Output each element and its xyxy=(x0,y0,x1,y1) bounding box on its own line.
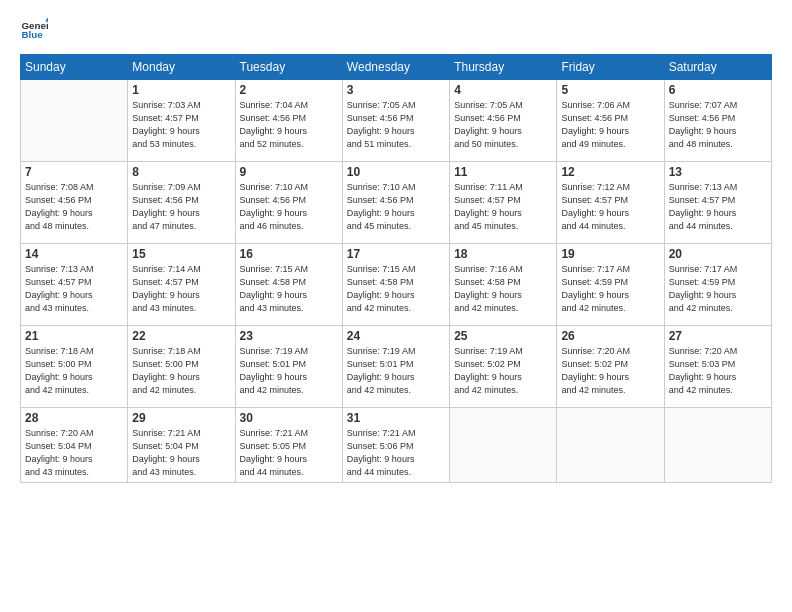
day-info: Sunrise: 7:06 AM Sunset: 4:56 PM Dayligh… xyxy=(561,99,659,151)
day-number: 1 xyxy=(132,83,230,97)
day-info: Sunrise: 7:04 AM Sunset: 4:56 PM Dayligh… xyxy=(240,99,338,151)
logo-icon: General Blue xyxy=(20,16,48,44)
calendar-cell: 19Sunrise: 7:17 AM Sunset: 4:59 PM Dayli… xyxy=(557,244,664,326)
day-number: 11 xyxy=(454,165,552,179)
day-info: Sunrise: 7:12 AM Sunset: 4:57 PM Dayligh… xyxy=(561,181,659,233)
calendar-cell: 12Sunrise: 7:12 AM Sunset: 4:57 PM Dayli… xyxy=(557,162,664,244)
calendar-cell: 1Sunrise: 7:03 AM Sunset: 4:57 PM Daylig… xyxy=(128,80,235,162)
day-number: 19 xyxy=(561,247,659,261)
header: General Blue xyxy=(20,16,772,44)
day-info: Sunrise: 7:13 AM Sunset: 4:57 PM Dayligh… xyxy=(25,263,123,315)
calendar-week-row: 28Sunrise: 7:20 AM Sunset: 5:04 PM Dayli… xyxy=(21,408,772,483)
calendar-cell: 17Sunrise: 7:15 AM Sunset: 4:58 PM Dayli… xyxy=(342,244,449,326)
calendar-week-row: 14Sunrise: 7:13 AM Sunset: 4:57 PM Dayli… xyxy=(21,244,772,326)
calendar-cell: 2Sunrise: 7:04 AM Sunset: 4:56 PM Daylig… xyxy=(235,80,342,162)
day-number: 28 xyxy=(25,411,123,425)
day-info: Sunrise: 7:18 AM Sunset: 5:00 PM Dayligh… xyxy=(25,345,123,397)
day-info: Sunrise: 7:05 AM Sunset: 4:56 PM Dayligh… xyxy=(347,99,445,151)
day-number: 18 xyxy=(454,247,552,261)
day-number: 6 xyxy=(669,83,767,97)
day-info: Sunrise: 7:03 AM Sunset: 4:57 PM Dayligh… xyxy=(132,99,230,151)
calendar-cell: 16Sunrise: 7:15 AM Sunset: 4:58 PM Dayli… xyxy=(235,244,342,326)
day-number: 13 xyxy=(669,165,767,179)
calendar-cell: 28Sunrise: 7:20 AM Sunset: 5:04 PM Dayli… xyxy=(21,408,128,483)
calendar-cell: 4Sunrise: 7:05 AM Sunset: 4:56 PM Daylig… xyxy=(450,80,557,162)
day-number: 16 xyxy=(240,247,338,261)
day-info: Sunrise: 7:19 AM Sunset: 5:01 PM Dayligh… xyxy=(240,345,338,397)
calendar-cell: 25Sunrise: 7:19 AM Sunset: 5:02 PM Dayli… xyxy=(450,326,557,408)
day-number: 24 xyxy=(347,329,445,343)
calendar-cell: 24Sunrise: 7:19 AM Sunset: 5:01 PM Dayli… xyxy=(342,326,449,408)
calendar-cell: 30Sunrise: 7:21 AM Sunset: 5:05 PM Dayli… xyxy=(235,408,342,483)
day-number: 22 xyxy=(132,329,230,343)
day-number: 27 xyxy=(669,329,767,343)
day-info: Sunrise: 7:20 AM Sunset: 5:02 PM Dayligh… xyxy=(561,345,659,397)
page: General Blue SundayMondayTuesdayWednesda… xyxy=(0,0,792,612)
day-info: Sunrise: 7:18 AM Sunset: 5:00 PM Dayligh… xyxy=(132,345,230,397)
day-number: 23 xyxy=(240,329,338,343)
day-number: 8 xyxy=(132,165,230,179)
day-number: 26 xyxy=(561,329,659,343)
day-number: 31 xyxy=(347,411,445,425)
svg-text:Blue: Blue xyxy=(21,29,43,40)
calendar-cell: 18Sunrise: 7:16 AM Sunset: 4:58 PM Dayli… xyxy=(450,244,557,326)
day-info: Sunrise: 7:20 AM Sunset: 5:04 PM Dayligh… xyxy=(25,427,123,479)
calendar-header-row: SundayMondayTuesdayWednesdayThursdayFrid… xyxy=(21,55,772,80)
day-number: 21 xyxy=(25,329,123,343)
day-number: 10 xyxy=(347,165,445,179)
calendar-cell: 3Sunrise: 7:05 AM Sunset: 4:56 PM Daylig… xyxy=(342,80,449,162)
calendar-cell: 29Sunrise: 7:21 AM Sunset: 5:04 PM Dayli… xyxy=(128,408,235,483)
day-number: 30 xyxy=(240,411,338,425)
calendar-week-row: 7Sunrise: 7:08 AM Sunset: 4:56 PM Daylig… xyxy=(21,162,772,244)
day-info: Sunrise: 7:16 AM Sunset: 4:58 PM Dayligh… xyxy=(454,263,552,315)
calendar-cell: 11Sunrise: 7:11 AM Sunset: 4:57 PM Dayli… xyxy=(450,162,557,244)
day-number: 3 xyxy=(347,83,445,97)
calendar-cell: 6Sunrise: 7:07 AM Sunset: 4:56 PM Daylig… xyxy=(664,80,771,162)
day-info: Sunrise: 7:05 AM Sunset: 4:56 PM Dayligh… xyxy=(454,99,552,151)
day-info: Sunrise: 7:10 AM Sunset: 4:56 PM Dayligh… xyxy=(240,181,338,233)
day-info: Sunrise: 7:13 AM Sunset: 4:57 PM Dayligh… xyxy=(669,181,767,233)
calendar-cell xyxy=(557,408,664,483)
day-number: 12 xyxy=(561,165,659,179)
day-info: Sunrise: 7:19 AM Sunset: 5:02 PM Dayligh… xyxy=(454,345,552,397)
day-info: Sunrise: 7:11 AM Sunset: 4:57 PM Dayligh… xyxy=(454,181,552,233)
calendar-cell: 22Sunrise: 7:18 AM Sunset: 5:00 PM Dayli… xyxy=(128,326,235,408)
day-number: 9 xyxy=(240,165,338,179)
calendar-cell: 26Sunrise: 7:20 AM Sunset: 5:02 PM Dayli… xyxy=(557,326,664,408)
day-info: Sunrise: 7:19 AM Sunset: 5:01 PM Dayligh… xyxy=(347,345,445,397)
day-info: Sunrise: 7:21 AM Sunset: 5:04 PM Dayligh… xyxy=(132,427,230,479)
day-info: Sunrise: 7:07 AM Sunset: 4:56 PM Dayligh… xyxy=(669,99,767,151)
calendar-cell: 23Sunrise: 7:19 AM Sunset: 5:01 PM Dayli… xyxy=(235,326,342,408)
day-number: 29 xyxy=(132,411,230,425)
day-info: Sunrise: 7:21 AM Sunset: 5:05 PM Dayligh… xyxy=(240,427,338,479)
day-number: 20 xyxy=(669,247,767,261)
day-info: Sunrise: 7:15 AM Sunset: 4:58 PM Dayligh… xyxy=(240,263,338,315)
day-number: 17 xyxy=(347,247,445,261)
day-info: Sunrise: 7:14 AM Sunset: 4:57 PM Dayligh… xyxy=(132,263,230,315)
calendar-cell: 7Sunrise: 7:08 AM Sunset: 4:56 PM Daylig… xyxy=(21,162,128,244)
calendar-cell: 14Sunrise: 7:13 AM Sunset: 4:57 PM Dayli… xyxy=(21,244,128,326)
calendar-cell: 21Sunrise: 7:18 AM Sunset: 5:00 PM Dayli… xyxy=(21,326,128,408)
calendar-header-thursday: Thursday xyxy=(450,55,557,80)
calendar-header-monday: Monday xyxy=(128,55,235,80)
calendar-cell: 5Sunrise: 7:06 AM Sunset: 4:56 PM Daylig… xyxy=(557,80,664,162)
day-info: Sunrise: 7:10 AM Sunset: 4:56 PM Dayligh… xyxy=(347,181,445,233)
day-number: 15 xyxy=(132,247,230,261)
day-info: Sunrise: 7:21 AM Sunset: 5:06 PM Dayligh… xyxy=(347,427,445,479)
day-number: 14 xyxy=(25,247,123,261)
day-info: Sunrise: 7:17 AM Sunset: 4:59 PM Dayligh… xyxy=(561,263,659,315)
day-number: 25 xyxy=(454,329,552,343)
day-number: 5 xyxy=(561,83,659,97)
calendar-cell: 31Sunrise: 7:21 AM Sunset: 5:06 PM Dayli… xyxy=(342,408,449,483)
calendar-cell xyxy=(21,80,128,162)
calendar-header-sunday: Sunday xyxy=(21,55,128,80)
calendar-cell xyxy=(450,408,557,483)
day-number: 4 xyxy=(454,83,552,97)
calendar-header-tuesday: Tuesday xyxy=(235,55,342,80)
calendar-cell: 8Sunrise: 7:09 AM Sunset: 4:56 PM Daylig… xyxy=(128,162,235,244)
calendar-cell: 13Sunrise: 7:13 AM Sunset: 4:57 PM Dayli… xyxy=(664,162,771,244)
day-info: Sunrise: 7:08 AM Sunset: 4:56 PM Dayligh… xyxy=(25,181,123,233)
calendar-cell: 27Sunrise: 7:20 AM Sunset: 5:03 PM Dayli… xyxy=(664,326,771,408)
day-number: 7 xyxy=(25,165,123,179)
calendar-cell xyxy=(664,408,771,483)
